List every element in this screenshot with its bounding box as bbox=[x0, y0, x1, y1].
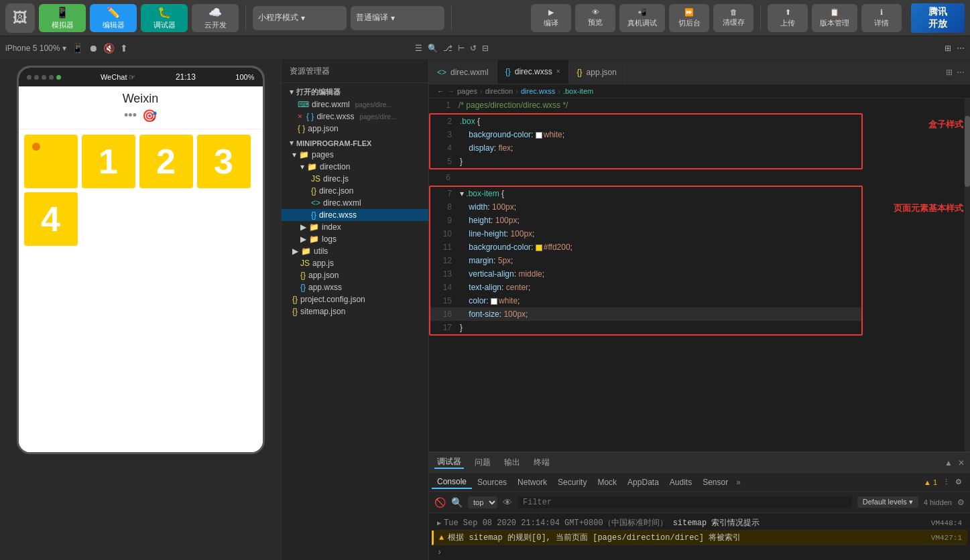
annotation-box-item-label: 页面元素基本样式 bbox=[894, 202, 963, 214]
console-filter-icon[interactable]: 🔍 bbox=[451, 497, 463, 508]
tree-app-json[interactable]: {} app.json bbox=[282, 269, 428, 281]
volume-icon[interactable]: 🔇 bbox=[103, 43, 115, 54]
breadcrumb-direction[interactable]: direction bbox=[485, 87, 513, 95]
devtools-tab-mock[interactable]: Mock bbox=[592, 476, 622, 488]
bottom-expand-icon[interactable]: ▲ bbox=[945, 458, 953, 468]
tree-utils[interactable]: ▶ 📁 utils bbox=[282, 245, 428, 257]
bottom-tab-terminal[interactable]: 终端 bbox=[531, 457, 552, 468]
background-button[interactable]: ⏩ 切后台 bbox=[669, 4, 709, 32]
open-file-wxss[interactable]: × { } direc.wxss pages/dire... bbox=[282, 111, 428, 123]
camera-action-icon[interactable]: 🎯 bbox=[142, 109, 157, 123]
open-file-wxml[interactable]: ⌨ direc.wxml pages/dire... bbox=[282, 98, 428, 111]
console-level-dropdown[interactable]: Default levels ▾ bbox=[857, 496, 918, 508]
tree-utils-label: utils bbox=[314, 247, 328, 256]
mode-dropdown[interactable]: 小程序模式 ▾ bbox=[253, 6, 347, 30]
record-icon[interactable]: ⏺ bbox=[88, 43, 98, 54]
editor-with-annotations: 1 /* pages/direction/direc.wxss */ 2 .bo… bbox=[429, 98, 970, 451]
bottom-tab-debugger[interactable]: 调试器 bbox=[434, 456, 464, 469]
editor-button[interactable]: ✏️ 编辑器 bbox=[90, 4, 137, 32]
phone-dots bbox=[27, 75, 61, 80]
breadcrumb-pages[interactable]: pages bbox=[457, 87, 477, 95]
code-scroll[interactable]: 1 /* pages/direction/direc.wxss */ 2 .bo… bbox=[429, 98, 863, 451]
detail-button[interactable]: ℹ 详情 bbox=[861, 4, 902, 32]
console-context-select[interactable]: top bbox=[468, 496, 497, 508]
breadcrumb-file[interactable]: direc.wxss bbox=[521, 87, 555, 95]
json-icon-2: {} bbox=[311, 186, 316, 196]
console-command-input[interactable] bbox=[447, 548, 962, 557]
real-debug-button[interactable]: 📲 真机调试 bbox=[619, 4, 665, 32]
open-editors-label[interactable]: ▾ 打开的编辑器 bbox=[282, 86, 428, 98]
devtools-tab-network[interactable]: Network bbox=[512, 476, 552, 488]
version-button[interactable]: 📋 版本管理 bbox=[812, 4, 857, 32]
devtools-tab-sources[interactable]: Sources bbox=[472, 476, 512, 488]
scrollbar-track[interactable] bbox=[965, 98, 970, 451]
cloud-button[interactable]: ☁️ 云开发 bbox=[192, 4, 239, 32]
more-icon[interactable]: ⋯ bbox=[957, 44, 965, 53]
nav-forward-icon[interactable]: → bbox=[447, 87, 454, 95]
list-icon[interactable]: ☰ bbox=[415, 44, 422, 53]
scrollbar-thumb[interactable] bbox=[965, 116, 970, 186]
collapse-icon[interactable]: ⊟ bbox=[482, 44, 489, 53]
search-icon[interactable]: 🔍 bbox=[428, 44, 438, 53]
columns-icon[interactable]: ⊞ bbox=[945, 44, 951, 53]
nav-back-icon[interactable]: ← bbox=[437, 87, 444, 95]
devtools-tab-console[interactable]: Console bbox=[432, 476, 472, 489]
split-editor-icon[interactable]: ⊞ bbox=[946, 68, 953, 77]
compile-button[interactable]: ▶ 编译 bbox=[531, 4, 571, 32]
tab-direc-wxss[interactable]: {} direc.wxss × bbox=[497, 60, 569, 84]
tree-app-js[interactable]: JS app.js bbox=[282, 257, 428, 269]
tree-app-wxss[interactable]: {} app.wxss bbox=[282, 281, 428, 293]
devtools-mock-label: Mock bbox=[597, 478, 617, 487]
device-info[interactable]: iPhone 5 100% ▾ bbox=[5, 44, 66, 53]
upload-button[interactable]: ⬆ 上传 bbox=[768, 4, 808, 32]
bottom-tab-problems[interactable]: 问题 bbox=[472, 457, 493, 468]
preview-label: 预览 bbox=[588, 17, 603, 27]
dots-action-icon[interactable]: ••• bbox=[124, 109, 137, 123]
bottom-close-icon[interactable]: ✕ bbox=[958, 458, 965, 468]
tree-direc-js[interactable]: JS direc.js bbox=[282, 173, 428, 185]
tree-direc-wxml[interactable]: <> direc.wxml bbox=[282, 197, 428, 209]
tree-index[interactable]: ▶ 📁 index bbox=[282, 221, 428, 233]
git-icon[interactable]: ⎇ bbox=[443, 44, 452, 53]
tree-direc-wxss[interactable]: {} direc.wxss bbox=[282, 209, 428, 221]
simulator-button[interactable]: 📱 模拟器 bbox=[39, 4, 86, 32]
console-eye-icon[interactable]: 👁 bbox=[503, 497, 512, 508]
devtools-more-btn[interactable]: ⋮ bbox=[943, 478, 950, 486]
refresh-icon[interactable]: ↺ bbox=[470, 44, 477, 53]
arrow-icon[interactable]: ⬆ bbox=[120, 43, 128, 54]
settings-icon[interactable]: ⚙ bbox=[957, 498, 965, 507]
bottom-tab-output[interactable]: 输出 bbox=[501, 457, 523, 468]
phone-icon[interactable]: 📱 bbox=[72, 43, 83, 54]
devtools-tab-appdata[interactable]: AppData bbox=[622, 476, 664, 488]
preview-button[interactable]: 👁 预览 bbox=[575, 4, 615, 32]
tab-close-wxss[interactable]: × bbox=[556, 68, 560, 75]
breadcrumb-selector[interactable]: .box-item bbox=[563, 87, 593, 95]
tree-sitemap[interactable]: {} sitemap.json bbox=[282, 305, 428, 318]
tree-direction[interactable]: ▾ 📁 direction bbox=[282, 161, 428, 173]
compile-icon: ▶ bbox=[548, 8, 554, 17]
log-src-1: VM448:4 bbox=[931, 519, 962, 527]
devtools-settings-icon[interactable]: ⚙ bbox=[955, 478, 962, 486]
tree-direc-json[interactable]: {} direc.json bbox=[282, 185, 428, 197]
open-file-appjson[interactable]: { } app.json bbox=[282, 123, 428, 135]
compile-dropdown[interactable]: 普通编译 ▾ bbox=[351, 6, 444, 30]
project-section[interactable]: ▾ MINIPROGRAM-FLEX bbox=[282, 137, 428, 149]
tree-project-config[interactable]: {} project.config.json bbox=[282, 293, 428, 305]
debugger-button[interactable]: 🐛 调试器 bbox=[141, 4, 188, 32]
console-clear-icon[interactable]: 🚫 bbox=[434, 497, 446, 508]
devtools-tab-audits[interactable]: Audits bbox=[664, 476, 697, 488]
console-filter-input[interactable] bbox=[518, 496, 852, 508]
right-toolbar: ▶ 编译 👁 预览 📲 真机调试 ⏩ 切后台 🗑 清缓存 ⬆ 上传 📋 版本管理 bbox=[531, 3, 965, 33]
split-icon[interactable]: ⊢ bbox=[458, 44, 465, 53]
devtools-tab-sensor[interactable]: Sensor bbox=[697, 476, 733, 488]
clear-cache-button[interactable]: 🗑 清缓存 bbox=[713, 4, 753, 32]
sidebar-second-toolbar: ☰ 🔍 ⎇ ⊢ ↺ ⊟ bbox=[415, 44, 489, 53]
devtools-tab-security[interactable]: Security bbox=[552, 476, 592, 488]
tree-pages[interactable]: ▾ 📁 pages bbox=[282, 149, 428, 161]
tree-logs[interactable]: ▶ 📁 logs bbox=[282, 233, 428, 245]
tab-app-json[interactable]: {} app.json bbox=[569, 60, 625, 84]
console-bar: 🚫 🔍 top 👁 Default levels ▾ 4 hidden ⚙ bbox=[429, 492, 970, 513]
devtools-more-icon[interactable]: » bbox=[736, 478, 741, 487]
more-editor-icon[interactable]: ⋯ bbox=[957, 68, 965, 77]
tab-direc-wxml[interactable]: <> direc.wxml bbox=[429, 60, 497, 84]
